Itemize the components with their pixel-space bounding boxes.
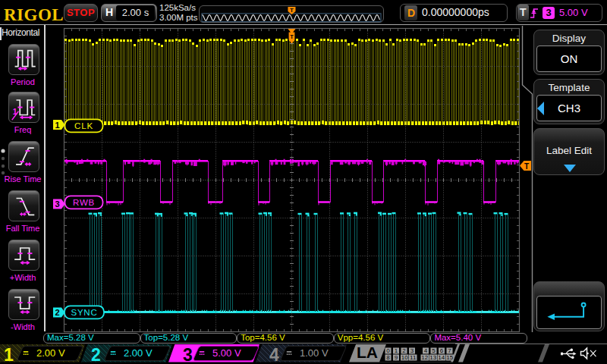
svg-text:13: 13 [429, 354, 436, 361]
svg-text:1: 1 [395, 347, 398, 354]
svg-text:3: 3 [55, 199, 59, 209]
svg-text:2: 2 [55, 308, 59, 317]
svg-text:11: 11 [410, 354, 417, 361]
svg-text:1: 1 [55, 121, 59, 130]
svg-text:10: 10 [401, 354, 408, 361]
svg-text:9: 9 [395, 354, 398, 361]
svg-text:T: T [290, 33, 294, 40]
svg-text:7: 7 [448, 347, 451, 354]
svg-text:6: 6 [440, 347, 444, 354]
svg-text:8: 8 [386, 354, 390, 361]
svg-text:2: 2 [402, 347, 406, 354]
svg-text:14: 14 [438, 354, 445, 361]
svg-text:0: 0 [386, 347, 390, 354]
svg-text:SYNC: SYNC [71, 308, 97, 317]
svg-text:RWB: RWB [73, 198, 95, 207]
svg-text:CLK: CLK [74, 121, 93, 130]
svg-text:5: 5 [432, 347, 436, 354]
svg-text:3: 3 [410, 347, 414, 354]
svg-text:15: 15 [446, 354, 453, 361]
svg-text:4: 4 [424, 347, 428, 354]
svg-text:12: 12 [421, 354, 428, 361]
